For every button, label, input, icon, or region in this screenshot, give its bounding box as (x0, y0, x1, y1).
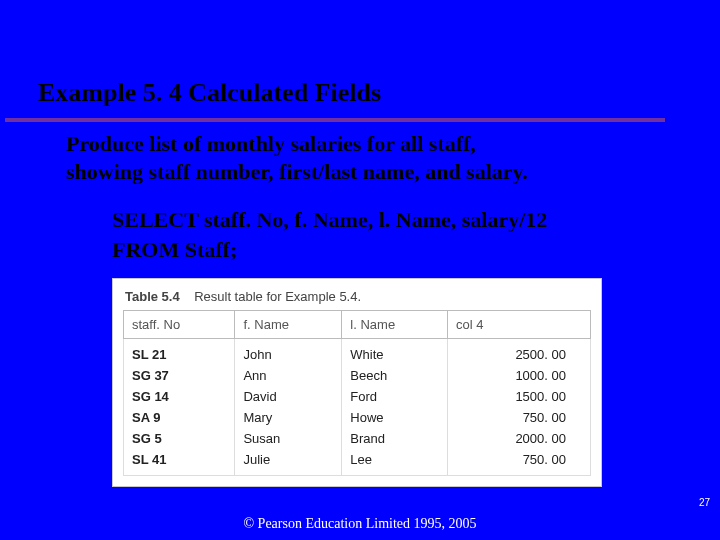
table-cell: SL 21 (124, 339, 235, 366)
table-row: SG 37 Ann Beech 1000. 00 (124, 365, 591, 386)
title-underline (5, 118, 665, 122)
table-row: SA 9 Mary Howe 750. 00 (124, 407, 591, 428)
table-header-row: staff. No f. Name l. Name col 4 (124, 311, 591, 339)
table-header: l. Name (342, 311, 448, 339)
table-cell: 2500. 00 (448, 339, 591, 366)
copyright: © Pearson Education Limited 1995, 2005 (0, 516, 720, 532)
table-cell: White (342, 339, 448, 366)
table-cell: Susan (235, 428, 342, 449)
table-cell: 2000. 00 (448, 428, 591, 449)
table-row: SG 14 David Ford 1500. 00 (124, 386, 591, 407)
sql-block: SELECT staff. No, f. Name, l. Name, sala… (0, 185, 720, 264)
slide-title: Example 5. 4 Calculated Fields (0, 0, 720, 108)
table-cell: Lee (342, 449, 448, 476)
table-header: staff. No (124, 311, 235, 339)
table-cell: SG 5 (124, 428, 235, 449)
table-cell: 750. 00 (448, 449, 591, 476)
table-cell: SG 14 (124, 386, 235, 407)
result-table-figure: Table 5.4 Result table for Example 5.4. … (112, 278, 602, 487)
table-row: SL 21 John White 2500. 00 (124, 339, 591, 366)
table-cell: Howe (342, 407, 448, 428)
table-cell: Brand (342, 428, 448, 449)
table-caption-bold: Table 5.4 (125, 289, 180, 304)
table-cell: 750. 00 (448, 407, 591, 428)
description-line-2: showing staff number, first/last name, a… (66, 159, 528, 184)
table-cell: John (235, 339, 342, 366)
table-cell: Beech (342, 365, 448, 386)
table-row: SG 5 Susan Brand 2000. 00 (124, 428, 591, 449)
table-cell: Ford (342, 386, 448, 407)
table-caption-rest: Result table for Example 5.4. (194, 289, 361, 304)
table-row: SL 41 Julie Lee 750. 00 (124, 449, 591, 476)
table-cell: SA 9 (124, 407, 235, 428)
page-number: 27 (699, 497, 710, 508)
table-header: col 4 (448, 311, 591, 339)
table-caption: Table 5.4 Result table for Example 5.4. (123, 287, 591, 310)
table-cell: Mary (235, 407, 342, 428)
table-header: f. Name (235, 311, 342, 339)
description-line-1: Produce list of monthly salaries for all… (66, 131, 476, 156)
table-cell: SL 41 (124, 449, 235, 476)
table-cell: Julie (235, 449, 342, 476)
table-cell: 1000. 00 (448, 365, 591, 386)
table-cell: 1500. 00 (448, 386, 591, 407)
sql-line-2: FROM Staff; (112, 237, 237, 262)
table-cell: Ann (235, 365, 342, 386)
result-table: staff. No f. Name l. Name col 4 SL 21 Jo… (123, 310, 591, 476)
slide: Example 5. 4 Calculated Fields Produce l… (0, 0, 720, 540)
sql-line-1: SELECT staff. No, f. Name, l. Name, sala… (112, 207, 547, 232)
table-cell: David (235, 386, 342, 407)
table-cell: SG 37 (124, 365, 235, 386)
